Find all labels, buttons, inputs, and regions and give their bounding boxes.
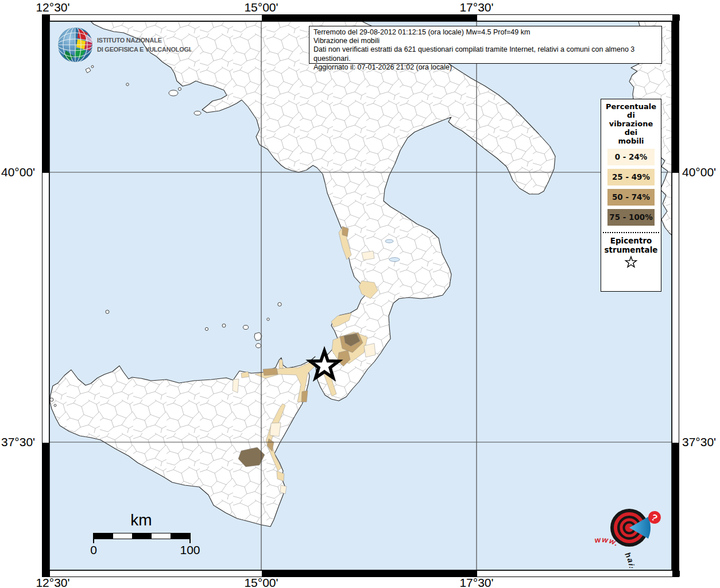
patch-cream-siracusa: [280, 485, 287, 494]
legend-epicenter-label: Epicentro strumentale: [601, 236, 661, 254]
legend-class-75-100: 75 - 100%: [607, 209, 655, 226]
patch-milazzo: [279, 359, 283, 369]
patch-milazzo-cells: [263, 368, 278, 376]
scale-bar: km 0 100: [86, 511, 212, 559]
patch-cream-sicily-north: [233, 379, 239, 393]
legend-separator: [603, 232, 659, 233]
target-icon: [610, 509, 651, 547]
event-updated: Aggiornato il: 07-01-2026 21:02 (ora loc…: [313, 63, 657, 72]
scale-tick-start: [93, 533, 94, 543]
lon-label-top-1230: 12°30': [36, 1, 69, 14]
patch-cream-toe-east: [364, 343, 376, 357]
lat-label-left-4000: 40°00': [1, 165, 35, 179]
scale-bar-graphic: [93, 533, 191, 539]
patch-messina-south: [301, 390, 308, 402]
ingv-name-line1: ISTITUTO NAZIONALE: [97, 37, 162, 44]
lon-label-top-1500: 15°00': [244, 1, 278, 14]
patch-cream-calabria: [362, 251, 374, 260]
frame-bottom: [42, 570, 679, 577]
ingv-logo: ISTITUTO NAZIONALE DI GEOFISICA E VULCAN…: [53, 25, 191, 67]
epicenter-star-icon: [624, 256, 638, 269]
haisentito-logo: haisentitoilterremoto.it www. ?: [589, 488, 669, 568]
lat-label-left-3730: 37°30': [1, 435, 35, 449]
legend-class-50-74: 50 - 74%: [607, 189, 655, 206]
ingv-globe-icon: [57, 27, 93, 63]
svg-text:haisentitoilterremoto.it: haisentitoilterremoto.it: [589, 551, 636, 568]
logo-text-haisentito: haisentito: [615, 551, 636, 568]
lon-label-bottom-1230: 12°30': [36, 576, 69, 588]
event-data-note: Dati non verificati estratti da 621 ques…: [313, 45, 657, 63]
lat-label-right-3730: 37°30': [682, 435, 716, 449]
legend-title: Percentuale di vibrazione dei mobili: [601, 102, 661, 145]
frame-right: [672, 21, 679, 570]
scale-unit-label: km: [93, 511, 189, 529]
lon-label-top-1730: 17°30': [459, 1, 493, 14]
lon-label-bottom-1730: 17°30': [459, 576, 493, 588]
event-title: Terremoto del 29-08-2012 01:12:15 (ora l…: [313, 28, 657, 37]
frame-top: [42, 14, 679, 21]
legend: Percentuale di vibrazione dei mobili 0 -…: [601, 99, 661, 292]
lon-label-bottom-1500: 15°00': [244, 576, 278, 588]
patch-cream-acireale: [270, 423, 281, 436]
scale-end-value: 100: [177, 543, 203, 557]
legend-class-25-49: 25 - 49%: [607, 169, 655, 185]
event-map-type: Vibrazione dei mobili: [313, 37, 657, 45]
frame-left: [42, 21, 49, 570]
event-info-box: Terremoto del 29-08-2012 01:12:15 (ora l…: [309, 26, 662, 64]
scale-tick-end: [189, 533, 191, 543]
ingv-name-line2: DI GEOFISICA E VULCANOLOGIA: [97, 46, 191, 53]
legend-class-0-24: 0 - 24%: [607, 149, 655, 165]
scale-start-value: 0: [88, 543, 99, 557]
lat-label-right-4000: 40°00': [682, 165, 716, 179]
